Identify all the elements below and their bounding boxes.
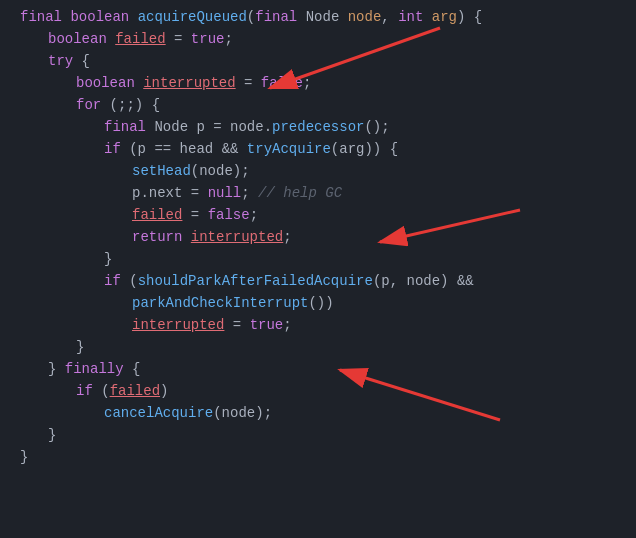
token: true [250,317,284,333]
code-line: cancelAcquire(node); [0,404,636,426]
token: { [73,53,90,69]
token: return [132,229,191,245]
token: ( [247,9,255,25]
token: ; [283,229,291,245]
line-content: } [0,251,112,267]
line-content: if (failed) [0,383,168,399]
token: Node [306,9,348,25]
token: true [191,31,225,47]
token: failed [115,31,165,47]
token: if [104,141,121,157]
code-block: final boolean acquireQueued(final Node n… [0,0,636,478]
token: = [224,317,249,333]
line-content: cancelAcquire(node); [0,405,272,421]
token: null [208,185,242,201]
token: } [48,427,56,443]
line-content: setHead(node); [0,163,250,179]
token: } [48,361,65,377]
token: ; [241,185,258,201]
token: interrupted [191,229,283,245]
token: try [48,53,73,69]
code-line: p.next = null; // help GC [0,184,636,206]
code-line: interrupted = true; [0,316,636,338]
token: (p, node) && [373,273,474,289]
token: false [208,207,250,223]
token: for [76,97,101,113]
code-line: parkAndCheckInterrupt()) [0,294,636,316]
line-content: } [0,449,28,465]
code-line: } [0,338,636,360]
token: ; [303,75,311,91]
token: if [104,273,121,289]
token: failed [110,383,160,399]
token: , [381,9,398,25]
token: (node); [213,405,272,421]
token: acquireQueued [138,9,247,25]
token: finally [65,361,124,377]
line-content: } [0,339,84,355]
line-content: for (;;) { [0,97,160,113]
token: = [166,31,191,47]
code-line: final boolean acquireQueued(final Node n… [0,8,636,30]
token: boolean [70,9,137,25]
token: shouldParkAfterFailedAcquire [138,273,373,289]
code-line: } [0,250,636,272]
token: if [76,383,93,399]
line-content: interrupted = true; [0,317,292,333]
token: ) [160,383,168,399]
token: tryAcquire [247,141,331,157]
token: ()) [308,295,333,311]
code-line: } [0,426,636,448]
line-content: try { [0,53,90,69]
token: (); [364,119,389,135]
token: final [20,9,70,25]
token: final [104,119,154,135]
line-content: if (p == head && tryAcquire(arg)) { [0,141,398,157]
token: = [236,75,261,91]
token: ; [283,317,291,333]
token: cancelAcquire [104,405,213,421]
token: } [20,449,28,465]
code-line: } finally { [0,360,636,382]
token: parkAndCheckInterrupt [132,295,308,311]
token: ( [121,273,138,289]
token: false [261,75,303,91]
token: { [124,361,141,377]
code-line: try { [0,52,636,74]
code-line: boolean interrupted = false; [0,74,636,96]
line-content: if (shouldParkAfterFailedAcquire(p, node… [0,273,474,289]
line-content: boolean failed = true; [0,31,233,47]
token: ; [224,31,232,47]
line-content: } [0,427,56,443]
token: } [76,339,84,355]
code-line: setHead(node); [0,162,636,184]
line-content: } finally { [0,361,140,377]
token: (p == head && [121,141,247,157]
token: (arg)) { [331,141,398,157]
token: boolean [48,31,115,47]
line-content: final Node p = node.predecessor(); [0,119,390,135]
token: arg [432,9,457,25]
token: setHead [132,163,191,179]
token: // help GC [258,185,342,201]
token: interrupted [143,75,235,91]
token: } [104,251,112,267]
code-line: if (shouldParkAfterFailedAcquire(p, node… [0,272,636,294]
token: final [255,9,305,25]
code-line: if (failed) [0,382,636,404]
token: ; [250,207,258,223]
line-content: final boolean acquireQueued(final Node n… [0,9,482,25]
code-line: failed = false; [0,206,636,228]
token: boolean [76,75,143,91]
code-line: if (p == head && tryAcquire(arg)) { [0,140,636,162]
line-content: p.next = null; // help GC [0,185,342,201]
token: (node); [191,163,250,179]
token: failed [132,207,182,223]
token: Node p = node. [154,119,272,135]
code-line: return interrupted; [0,228,636,250]
line-content: boolean interrupted = false; [0,75,311,91]
line-content: failed = false; [0,207,258,223]
code-line: boolean failed = true; [0,30,636,52]
code-line: final Node p = node.predecessor(); [0,118,636,140]
token: (;;) { [101,97,160,113]
